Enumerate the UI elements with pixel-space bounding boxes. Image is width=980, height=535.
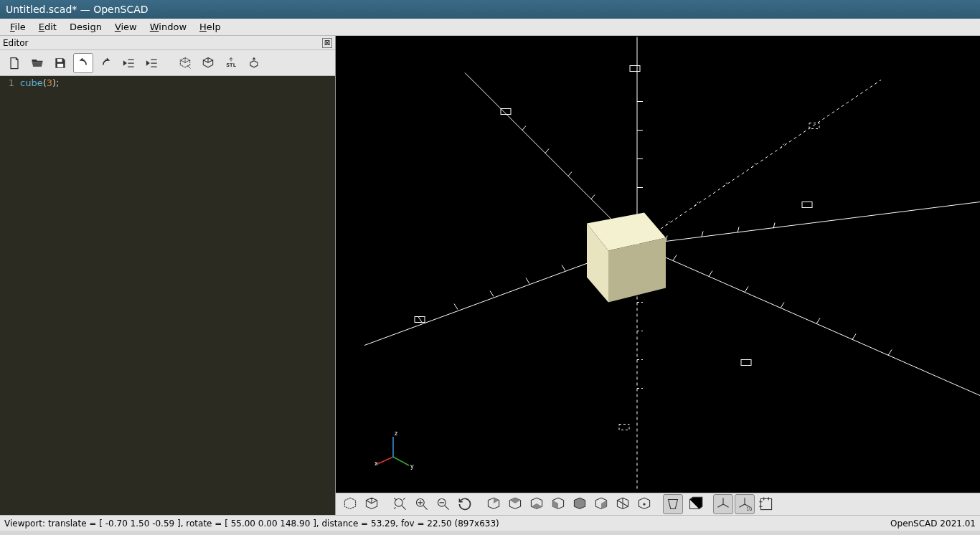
svg-rect-24	[741, 360, 751, 366]
code-content[interactable]: cube(3);	[17, 76, 335, 515]
svg-line-26	[702, 232, 703, 237]
view-bottom-button[interactable]	[527, 494, 547, 514]
view-left-button[interactable]	[548, 494, 568, 514]
new-button[interactable]	[4, 53, 24, 73]
svg-line-48	[666, 222, 669, 226]
undo-button[interactable]	[73, 53, 93, 73]
svg-line-57	[377, 457, 393, 464]
svg-rect-47	[619, 425, 629, 430]
render-button[interactable]	[198, 53, 218, 73]
view-right-button[interactable]	[484, 494, 504, 514]
editor-panel-header: Editor ⊠	[0, 36, 335, 50]
svg-rect-29	[802, 202, 812, 208]
svg-line-21	[816, 318, 820, 324]
axes-indicator: x y z	[372, 428, 415, 471]
editor-panel-title: Editor	[3, 38, 29, 48]
svg-line-38	[568, 172, 572, 176]
editor-toolbar: STL	[0, 50, 335, 76]
indent-button[interactable]	[142, 53, 162, 73]
3d-viewport[interactable]: x y z	[336, 36, 980, 493]
view-back-button[interactable]	[591, 494, 611, 514]
svg-line-18	[709, 271, 712, 277]
svg-text:x: x	[374, 460, 378, 467]
svg-line-13	[490, 291, 494, 297]
save-button[interactable]	[50, 53, 70, 73]
svg-point-66	[643, 503, 645, 505]
svg-line-23	[888, 350, 892, 356]
menu-help[interactable]: Help	[194, 20, 227, 34]
menu-file[interactable]: File	[4, 20, 32, 34]
view-diagonal-button[interactable]	[613, 494, 633, 514]
svg-text:y: y	[410, 463, 414, 470]
svg-line-37	[591, 195, 595, 199]
view-front-button[interactable]	[570, 494, 590, 514]
viewport-status: Viewport: translate = [ -0.70 1.50 -0.59…	[4, 519, 499, 529]
svg-rect-1	[57, 63, 63, 67]
show-axes-button[interactable]	[713, 494, 733, 514]
redo-button[interactable]	[96, 53, 116, 73]
viewport-toolbar: 10	[336, 493, 980, 515]
svg-line-51	[752, 164, 755, 168]
svg-line-20	[781, 303, 784, 308]
view-center-button[interactable]	[634, 494, 654, 514]
svg-line-14	[454, 304, 458, 310]
open-button[interactable]	[27, 53, 47, 73]
svg-line-19	[745, 287, 748, 293]
unindent-button[interactable]	[119, 53, 139, 73]
send-3d-button[interactable]	[244, 53, 264, 73]
editor-close-button[interactable]: ⊠	[322, 38, 332, 48]
svg-line-9	[637, 80, 881, 245]
svg-line-17	[673, 255, 677, 261]
window-titlebar: Untitled.scad* — OpenSCAD	[0, 0, 980, 19]
svg-line-40	[522, 126, 526, 131]
svg-line-4	[637, 245, 980, 396]
menu-edit[interactable]: Edit	[33, 20, 62, 34]
show-edges-button[interactable]	[756, 494, 776, 514]
svg-line-52	[781, 144, 784, 148]
status-bar: Viewport: translate = [ -0.70 1.50 -0.59…	[0, 515, 980, 531]
svg-line-25	[666, 236, 667, 242]
svg-rect-35	[630, 66, 640, 72]
export-stl-button[interactable]: STL	[221, 53, 241, 73]
editor-pane: Editor ⊠ STL 1 cube(3);	[0, 36, 336, 515]
line-gutter: 1	[0, 76, 17, 515]
menu-window[interactable]: Window	[144, 20, 192, 34]
svg-text:STL: STL	[226, 62, 236, 68]
svg-line-58	[393, 457, 409, 465]
svg-line-12	[526, 278, 529, 284]
svg-text:z: z	[395, 430, 397, 437]
svg-text:10: 10	[746, 506, 752, 512]
svg-line-11	[562, 265, 565, 271]
menu-bar: File Edit Design View Window Help	[0, 19, 980, 36]
window-title: Untitled.scad* — OpenSCAD	[6, 4, 149, 15]
preview-button[interactable]	[175, 53, 195, 73]
reset-view-button[interactable]	[455, 494, 475, 514]
svg-line-49	[694, 202, 698, 207]
svg-line-22	[852, 334, 856, 340]
viewport-pane: x y z 10	[336, 36, 980, 515]
svg-line-6	[637, 202, 980, 245]
rendered-cube	[587, 213, 666, 303]
3d-scene	[336, 36, 980, 493]
svg-line-15	[418, 317, 422, 323]
menu-view[interactable]: View	[109, 20, 143, 34]
version-label: OpenSCAD 2021.01	[890, 519, 976, 529]
zoom-all-button[interactable]	[390, 494, 410, 514]
code-editor[interactable]: 1 cube(3);	[0, 76, 335, 515]
svg-line-39	[545, 149, 549, 153]
zoom-out-button[interactable]	[433, 494, 453, 514]
svg-rect-69	[760, 498, 771, 509]
vt-preview-button[interactable]	[340, 494, 360, 514]
zoom-in-button[interactable]	[412, 494, 432, 514]
orthogonal-button[interactable]	[684, 494, 705, 514]
perspective-button[interactable]	[663, 494, 683, 514]
svg-point-63	[395, 498, 402, 506]
svg-rect-0	[57, 59, 62, 62]
vt-render-button[interactable]	[362, 494, 382, 514]
svg-line-50	[723, 183, 727, 187]
view-top-button[interactable]	[505, 494, 525, 514]
menu-design[interactable]: Design	[64, 20, 108, 34]
scale-markers-button[interactable]: 10	[735, 494, 755, 514]
